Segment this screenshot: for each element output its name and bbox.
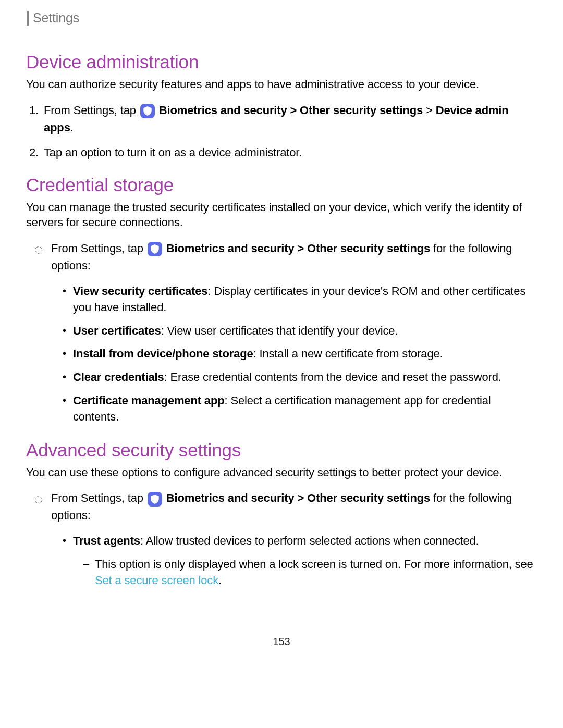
shield-icon — [148, 242, 162, 256]
prefix: From Settings, tap — [51, 242, 146, 255]
circle-item: From Settings, tap Biometrics and securi… — [51, 489, 537, 588]
page-header: Settings — [26, 10, 537, 26]
section-desc: You can use these options to configure a… — [26, 465, 537, 480]
bullet-bold: Trust agents — [73, 534, 140, 547]
bullet-bold: View security certificates — [73, 285, 207, 298]
shield-icon — [148, 492, 162, 507]
bold-text: Biometrics and security — [166, 242, 295, 255]
section-device-admin: Device administration You can authorize … — [26, 52, 537, 161]
circle-list: From Settings, tap Biometrics and securi… — [26, 489, 537, 588]
bold-text: Other security settings — [307, 491, 430, 504]
bold-text: Biometrics and security — [159, 104, 287, 117]
page-number: 153 — [26, 636, 537, 648]
svg-point-0 — [35, 247, 42, 254]
separator: > — [295, 242, 308, 255]
bold-text: Biometrics and security — [166, 491, 295, 504]
section-desc: You can authorize security features and … — [26, 77, 537, 92]
bullet-bold: User certificates — [73, 324, 161, 337]
svg-point-1 — [35, 497, 42, 503]
bullet-text: : Install a new certificate from storage… — [253, 347, 443, 360]
section-credential-storage: Credential storage You can manage the tr… — [26, 175, 537, 425]
bullet-text: : View user certificates that identify y… — [161, 324, 398, 337]
prefix: From Settings, tap — [51, 491, 146, 504]
step-text-prefix: From Settings, tap — [44, 104, 139, 117]
step-number: 1. — [29, 102, 39, 119]
section-title: Device administration — [26, 52, 537, 72]
bullet-item: Install from device/phone storage: Insta… — [73, 346, 537, 362]
bullet-item: Certificate management app: Select a cer… — [73, 393, 537, 425]
circle-item: From Settings, tap Biometrics and securi… — [51, 240, 537, 425]
bullet-list: View security certificates: Display cert… — [51, 283, 537, 425]
bullet-text: : Erase credential contents from the dev… — [164, 371, 501, 384]
bullet-list: Trust agents: Allow trusted devices to p… — [51, 533, 537, 588]
bullet-bold: Certificate management app — [73, 394, 224, 407]
separator: > — [295, 491, 308, 504]
step-1: 1. From Settings, tap Biometrics and sec… — [44, 102, 537, 136]
step-number: 2. — [29, 144, 39, 161]
bold-text: Other security settings — [307, 242, 430, 255]
section-advanced-security: Advanced security settings You can use t… — [26, 440, 537, 589]
section-title: Credential storage — [26, 175, 537, 195]
circle-marker-icon — [34, 242, 43, 250]
bullet-item: Clear credentials: Erase credential cont… — [73, 369, 537, 386]
circle-marker-icon — [34, 491, 43, 500]
separator: > — [287, 104, 300, 117]
link-set-secure-lock[interactable]: Set a secure screen lock — [95, 574, 218, 587]
header-accent-bar — [27, 11, 29, 26]
shield-icon — [140, 104, 155, 118]
dash-item: This option is only displayed when a loc… — [95, 557, 537, 589]
bullet-bold: Install from device/phone storage — [73, 347, 253, 360]
suffix: . — [70, 121, 74, 134]
separator: > — [423, 104, 436, 117]
numbered-steps: 1. From Settings, tap Biometrics and sec… — [26, 102, 537, 161]
bullet-item: View security certificates: Display cert… — [73, 283, 537, 316]
bullet-bold: Clear credentials — [73, 371, 164, 384]
dash-list: This option is only displayed when a loc… — [73, 557, 537, 589]
step-2: 2. Tap an option to turn it on as a devi… — [44, 144, 537, 161]
sub-after: . — [218, 574, 222, 587]
header-title: Settings — [33, 10, 79, 26]
bullet-item: User certificates: View user certificate… — [73, 323, 537, 339]
sub-text: This option is only displayed when a loc… — [95, 558, 533, 571]
section-desc: You can manage the trusted security cert… — [26, 200, 537, 230]
step-text: Tap an option to turn it on as a device … — [44, 146, 302, 159]
circle-list: From Settings, tap Biometrics and securi… — [26, 240, 537, 425]
section-title: Advanced security settings — [26, 440, 537, 461]
bold-text: Other security settings — [300, 104, 423, 117]
bullet-text: : Allow trusted devices to perform selec… — [140, 534, 479, 547]
bullet-item: Trust agents: Allow trusted devices to p… — [73, 533, 537, 588]
